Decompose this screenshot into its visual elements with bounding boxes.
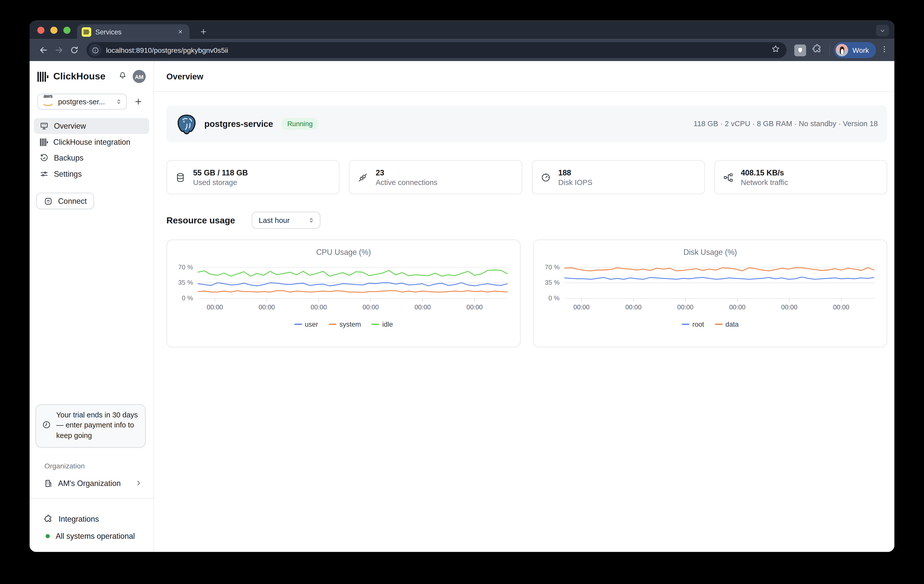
- chart-title: Disk Usage (%): [533, 248, 887, 256]
- status-dot: [46, 534, 50, 538]
- close-tab-icon[interactable]: [175, 27, 185, 36]
- tab-title: Services: [96, 28, 175, 35]
- svg-text:70 %: 70 %: [545, 264, 560, 271]
- profile-avatar: [836, 44, 848, 56]
- cpu-usage-chart: 0 %35 %70 %00:0000:0000:0000:0000:0000:0…: [167, 261, 520, 316]
- sidebar-item-integrations[interactable]: Integrations: [44, 512, 99, 526]
- stat-card-disk-iops: 188Disk IOPS: [531, 160, 705, 195]
- integrations-label: Integrations: [59, 514, 99, 523]
- clickhouse-bars-icon: [40, 138, 48, 146]
- stat-card-used-storage: 55 GB / 118 GBUsed storage: [167, 160, 340, 195]
- sidebar-item-settings[interactable]: Settings: [34, 166, 149, 182]
- site-info-icon[interactable]: [89, 44, 101, 56]
- sidebar-item-backups[interactable]: Backups: [34, 150, 149, 166]
- svg-text:00:00: 00:00: [677, 304, 693, 311]
- close-window-button[interactable]: [37, 26, 45, 33]
- sidebar-item-clickhouse-integration[interactable]: ClickHouse integration: [34, 134, 149, 150]
- selected-service-name: postgres-ser...: [58, 98, 116, 106]
- profile-name: Work: [853, 46, 869, 54]
- add-service-button[interactable]: [130, 94, 146, 109]
- trial-clock-icon: [42, 420, 51, 432]
- clickhouse-favicon: [82, 27, 91, 36]
- new-tab-button[interactable]: [195, 24, 211, 39]
- cpu-chart-legend: usersystemidle: [167, 321, 520, 328]
- forward-button[interactable]: [51, 43, 66, 58]
- connect-button[interactable]: Connect: [36, 193, 94, 209]
- address-bar[interactable]: localhost:8910/postgres/pgkybgnv0s5ii: [86, 42, 787, 58]
- status-badge: Running: [282, 118, 318, 130]
- browser-menu-icon[interactable]: [880, 45, 888, 55]
- service-summary-card: postgres-service Running 118 GB · 2 vCPU…: [167, 106, 887, 142]
- overview-icon: [40, 122, 48, 131]
- svg-text:00:00: 00:00: [414, 304, 431, 311]
- bookmark-star-icon[interactable]: [771, 45, 780, 56]
- browser-toolbar: localhost:8910/postgres/pgkybgnv0s5ii Wo…: [30, 39, 894, 61]
- svg-text:00:00: 00:00: [363, 304, 379, 311]
- integrations-puzzle-icon: [44, 514, 53, 523]
- toolbar-separator: [829, 45, 830, 56]
- page-title: Overview: [167, 71, 203, 81]
- sidebar-item-overview[interactable]: Overview: [34, 118, 149, 134]
- legend-swatch: [329, 324, 337, 325]
- postgresql-logo: [176, 113, 197, 135]
- service-name: postgres-service: [205, 119, 273, 129]
- minimize-window-button[interactable]: [51, 26, 58, 33]
- system-status[interactable]: All systems operational: [46, 529, 135, 543]
- svg-text:00:00: 00:00: [729, 304, 746, 311]
- settings-sliders-icon: [40, 170, 48, 179]
- maximize-window-button[interactable]: [63, 26, 70, 33]
- charts-row: CPU Usage (%) 0 %35 %70 %00:0000:0000:00…: [167, 240, 887, 347]
- page-content: postgres-service Running 118 GB · 2 vCPU…: [154, 92, 894, 347]
- organization-row[interactable]: AM's Organization: [37, 476, 146, 490]
- legend-label: user: [305, 321, 318, 328]
- svg-text:0 %: 0 %: [548, 294, 560, 301]
- legend-swatch: [715, 324, 723, 325]
- user-avatar[interactable]: AM: [132, 70, 146, 83]
- tab-search-button[interactable]: [876, 25, 889, 36]
- svg-text:00:00: 00:00: [259, 304, 275, 311]
- chevron-right-icon: [135, 480, 142, 486]
- resource-usage-title: Resource usage: [167, 215, 235, 225]
- legend-label: data: [725, 321, 739, 328]
- disk-usage-chart: 0 %35 %70 %00:0000:0000:0000:0000:0000:0…: [533, 261, 887, 316]
- gauge-icon: [541, 172, 551, 182]
- brand-name: ClickHouse: [53, 71, 118, 82]
- svg-text:00:00: 00:00: [310, 304, 327, 311]
- trial-notice: Your trial ends in 30 days — enter payme…: [36, 404, 146, 448]
- shield-extension-icon[interactable]: [794, 44, 806, 56]
- back-button[interactable]: [36, 43, 51, 58]
- service-selector[interactable]: aws postgres-ser...: [37, 94, 127, 110]
- screen: Services: [0, 0, 924, 584]
- browser-tab-services[interactable]: Services: [77, 24, 190, 39]
- chart-title: CPU Usage (%): [167, 248, 520, 256]
- svg-text:70 %: 70 %: [178, 264, 193, 271]
- disk-usage-card: Disk Usage (%) 0 %35 %70 %00:0000:0000:0…: [533, 240, 887, 347]
- sidebar: ClickHouse AM aws postgres-ser...: [30, 61, 154, 552]
- notifications-bell-icon[interactable]: [118, 71, 127, 83]
- svg-text:00:00: 00:00: [207, 304, 223, 311]
- legend-label: idle: [383, 321, 393, 328]
- clickhouse-app: ClickHouse AM aws postgres-ser...: [30, 61, 894, 552]
- chevron-updown-icon: [308, 215, 314, 225]
- svg-text:0 %: 0 %: [182, 294, 193, 301]
- reload-button[interactable]: [66, 43, 82, 58]
- chevron-updown-icon: [116, 96, 122, 107]
- organization-building-icon: [44, 479, 53, 488]
- svg-text:00:00: 00:00: [574, 304, 590, 311]
- sidebar-item-label: Overview: [54, 122, 86, 131]
- browser-profile-chip[interactable]: Work: [834, 42, 876, 58]
- svg-text:00:00: 00:00: [833, 304, 850, 311]
- disk-chart-legend: rootdata: [533, 321, 887, 328]
- legend-label: root: [692, 321, 704, 328]
- legend-item: root: [682, 321, 704, 328]
- connect-label: Connect: [58, 197, 87, 205]
- service-specs: 118 GB · 2 vCPU · 8 GB RAM · No standby …: [693, 120, 878, 128]
- extensions-puzzle-icon[interactable]: [812, 44, 822, 56]
- stat-value: 23: [376, 168, 437, 177]
- organization-section-label: Organization: [45, 462, 85, 470]
- svg-text:00:00: 00:00: [467, 304, 483, 311]
- stat-card-network-traffic: 408.15 KB/sNetwork traffic: [714, 160, 887, 195]
- time-range-select[interactable]: Last hour: [252, 212, 320, 229]
- legend-swatch: [294, 324, 302, 325]
- stat-value: 55 GB / 118 GB: [193, 168, 248, 177]
